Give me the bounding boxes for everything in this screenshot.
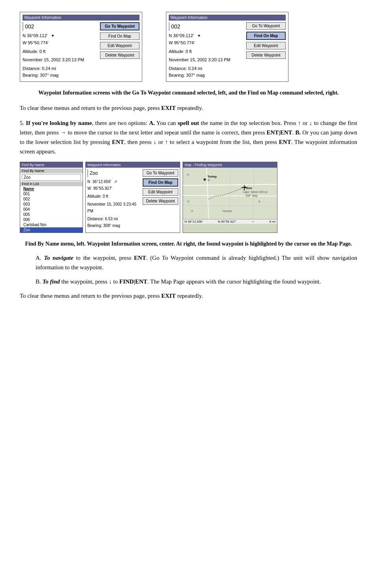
svg-text:③: ③ (207, 179, 210, 182)
edit-waypoint-button-right[interactable]: Edit Waypoint (246, 42, 286, 49)
left-waypoint-screen: Waypoint Information 002 N 36°09.112' ✦ … (20, 12, 142, 82)
fbn-list: Name 001 002 003 004 005 006 Carlsbad Nm… (20, 186, 83, 233)
find-on-map-button-left[interactable]: Find On Map (100, 32, 139, 40)
svg-text:Havana: Havana (222, 210, 232, 212)
list-item[interactable]: Carlsbad Nm (20, 222, 83, 227)
right-coord-w: 95°50.774' (174, 40, 194, 45)
left-date: November 15, 2002 3:20:13 PM (23, 57, 98, 64)
edit-waypoint-button-left[interactable]: Edit Waypoint (100, 42, 139, 49)
left-button-col: Go To Waypoint Find On Map Edit Waypoint… (100, 22, 139, 79)
bottom-wp-info: Zoo N 36°12.656' ↗ W 95°55.927' Altitude… (87, 169, 141, 229)
left-screen-title: Waypoint Information (23, 15, 139, 21)
bottom-wp-id: Zoo (87, 169, 141, 177)
right-altitude: Altitude: 0 ft (169, 48, 245, 55)
paragraph-2: 5. If you're looking by name, there are … (20, 118, 357, 156)
paragraph-last: To clear these menus and return to the p… (20, 291, 357, 301)
map-coord-left: N 36°12.656' (185, 220, 203, 223)
goto-waypoint-button-right[interactable]: Go To Waypoint (246, 22, 286, 30)
goto-waypoint-button-left[interactable]: Go To Waypoint (100, 22, 139, 30)
svg-text:Zoo: Zoo (246, 186, 252, 190)
find-on-map-button-bottom[interactable]: Find On Map (143, 178, 178, 187)
right-bearing: Bearing: 307° mag (169, 72, 245, 79)
bottom-btn-col: Go To Waypoint Find On Map Edit Waypoint… (143, 169, 178, 229)
bottom-wp-title: Waypoint Information (86, 162, 180, 168)
list-item-selected[interactable]: Zoo (20, 227, 83, 233)
svg-point-7 (204, 178, 206, 181)
left-distance: Distance: 0.24 mi (23, 65, 98, 72)
right-distance: Distance: 0.24 mi (169, 65, 245, 72)
map-scale: 8 mi (270, 220, 275, 223)
right-waypoint-screen: Waypoint Information 002 N 36°09.112' ✦ … (166, 12, 288, 82)
left-wp-id: 002 (23, 22, 98, 31)
fbn-list-header: Name (20, 186, 83, 191)
svg-text:308° mag: 308° mag (245, 194, 257, 197)
indent-para-a: A. To navigate to the waypoint, press EN… (36, 253, 357, 272)
map-panel: Map - Finding Waypoint Turley ③ Zoo Lak (183, 162, 277, 233)
right-wp-id: 002 (169, 22, 245, 31)
list-item[interactable]: 004 (20, 207, 83, 212)
list-item[interactable]: 006 (20, 217, 83, 222)
right-coords: N 36°09.112' ✦ W 95°50.774' (169, 32, 245, 46)
compass-icon-right: ✦ (197, 33, 201, 38)
bottom-wp-coords: N 36°12.656' ↗ W 95°55.927' (87, 178, 141, 192)
list-item[interactable]: 003 (20, 202, 83, 207)
map-coord-right: N 95°55.927' (218, 220, 236, 223)
edit-waypoint-button-bottom[interactable]: Edit Waypoint (143, 188, 178, 196)
top-caption: Waypoint Information screens with the Go… (20, 89, 357, 97)
list-item[interactable]: 001 (20, 191, 83, 197)
svg-text:Turley: Turley (207, 175, 217, 178)
top-screenshots-row: Waypoint Information 002 N 36°09.112' ✦ … (20, 12, 357, 82)
spacer (146, 12, 162, 82)
list-item[interactable]: 002 (20, 197, 83, 202)
left-bearing: Bearing: 307° mag (23, 72, 98, 79)
indent-para-b: B. To find the waypoint, press ↓ to FIND… (36, 277, 357, 286)
svg-text:④: ④ (187, 173, 189, 176)
bottom-wp-date: November 15, 2002 3:23:45 PM (87, 201, 141, 214)
left-coord-w: 95°50.774' (28, 40, 48, 45)
bottom-screenshots-row: Find By Name Find By Name Zoo Find in Li… (20, 162, 357, 233)
bottom-waypoint-screen: Waypoint Information Zoo N 36°12.656' ↗ … (85, 162, 180, 233)
list-item[interactable]: 005 (20, 212, 83, 217)
bottom-wp-bearing: Bearing: 308° mag (87, 222, 141, 229)
left-coords: N 36°09.112' ✦ W 95°50.774' (23, 32, 98, 46)
bottom-caption: Find By Name menu, left. Waypoint Inform… (20, 240, 357, 248)
find-on-map-button-right[interactable]: Find On Map (246, 32, 286, 40)
svg-text:Lake: Yahol 3.53 mi: Lake: Yahol 3.53 mi (243, 191, 268, 193)
left-altitude: Altitude: 0 ft (23, 48, 98, 55)
fbn-title: Find By Name (20, 162, 83, 168)
fbn-list-label: Find in List (20, 182, 83, 186)
fbn-input[interactable]: Zoo (22, 174, 81, 181)
right-coord-n: 36°09.112' (173, 33, 194, 38)
left-coord-n: 36°09.112' (27, 33, 47, 38)
svg-text:④: ④ (258, 200, 260, 203)
delete-waypoint-button-left[interactable]: Delete Waypoint (100, 51, 139, 59)
map-content: Turley ③ Zoo Lake: Yahol 3.53 mi 308° ma… (183, 168, 277, 219)
right-button-col: Go To Waypoint Find On Map Edit Waypoint… (246, 22, 286, 79)
map-bottom-bar: N 36°12.656' N 95°55.927' ↔ 8 mi (183, 219, 277, 224)
bottom-wp-alt: Altitude: 0 ft (87, 193, 141, 200)
paragraph-1: To clear these menus and return to the p… (20, 103, 357, 113)
right-date: November 15, 2002 3:20:13 PM (169, 57, 245, 64)
map-svg: Turley ③ Zoo Lake: Yahol 3.53 mi 308° ma… (183, 168, 277, 219)
map-title: Map - Finding Waypoint (183, 162, 277, 168)
fbn-find-label: Find By Name (20, 168, 83, 173)
find-by-name-panel: Find By Name Find By Name Zoo Find in Li… (20, 162, 83, 233)
delete-waypoint-button-bottom[interactable]: Delete Waypoint (143, 197, 178, 205)
map-arrow-icon: ↔ (251, 220, 254, 223)
right-screen-title: Waypoint Information (169, 15, 286, 21)
delete-waypoint-button-right[interactable]: Delete Waypoint (246, 51, 286, 59)
compass-icon: ✦ (51, 33, 55, 38)
svg-text:④: ④ (191, 210, 193, 212)
bottom-wp-dist: Distance: 6.53 mi (87, 216, 141, 222)
goto-waypoint-button-bottom[interactable]: Go To Waypoint (143, 169, 178, 177)
svg-text:③: ③ (187, 200, 189, 203)
